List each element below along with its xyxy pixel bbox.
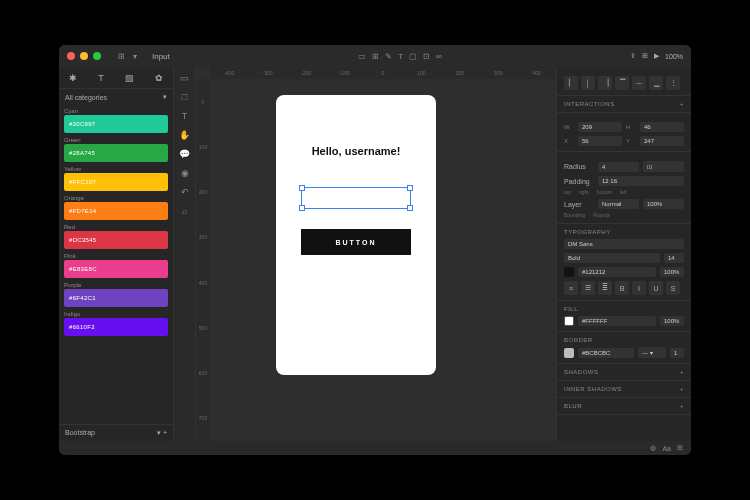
window-title: Input <box>152 52 170 61</box>
chevron-down-icon[interactable]: ▾ + <box>157 429 167 437</box>
inspector-panel: ▏ │ ▕ ▔ ─ ▁ ⋮ Interactions+ W209H46 X56Y… <box>556 67 691 441</box>
color-swatch[interactable]: #FD7E14 <box>64 202 168 220</box>
text-color-chip[interactable] <box>564 267 574 277</box>
add-icon[interactable]: + <box>680 386 684 392</box>
rect-icon[interactable]: □ <box>182 92 187 102</box>
border-width[interactable]: 1 <box>670 348 684 358</box>
padding-input[interactable]: 12 16 <box>598 176 684 186</box>
category-dropdown[interactable]: All categories <box>65 94 107 101</box>
button-element[interactable]: BUTTON <box>301 229 411 255</box>
color-swatch[interactable]: #20C997 <box>64 115 168 133</box>
border-style[interactable]: — ▾ <box>638 347 666 358</box>
swatch-group-label: Cyan <box>64 107 168 115</box>
underline-icon[interactable]: U <box>649 281 663 295</box>
tool-icon[interactable]: ⊡ <box>423 52 430 61</box>
select-icon[interactable]: ▭ <box>180 73 189 83</box>
align-top-icon[interactable]: ▔ <box>615 76 629 90</box>
titlebar: ⊞ ▾ Input ▭ ⊞ ✎ T ▢ ⊡ ∞ ⇪ ⊞ ▶ 100% <box>59 45 691 67</box>
status-icon[interactable]: Aa <box>662 445 671 452</box>
font-family[interactable]: DM Sans <box>564 239 684 249</box>
height-input[interactable]: 46 <box>640 122 684 132</box>
border-color[interactable]: #BCBCBC <box>578 348 634 358</box>
radius-input[interactable]: 4 <box>598 162 639 172</box>
swatch-group-label: Green <box>64 136 168 144</box>
color-swatch[interactable]: #DC3545 <box>64 231 168 249</box>
tool-icon[interactable]: ▭ <box>358 52 366 61</box>
canvas[interactable]: -400-300-200-1000100200300400 0100200300… <box>196 67 556 441</box>
add-icon[interactable]: + <box>680 369 684 375</box>
opacity-input[interactable]: 100% <box>643 199 684 209</box>
align-right-icon[interactable]: ▕ <box>598 76 612 90</box>
fill-color[interactable]: #FFFFFF <box>578 316 656 326</box>
color-swatch[interactable]: #6610F2 <box>64 318 168 336</box>
padding-label: Padding <box>564 178 594 185</box>
font-size[interactable]: 14 <box>664 253 684 263</box>
artboard[interactable]: Hello, username! BUTTON <box>276 95 436 375</box>
heading-text[interactable]: Hello, username! <box>312 145 401 157</box>
align-left-icon[interactable]: ▏ <box>564 76 578 90</box>
fill-color-chip[interactable] <box>564 316 574 326</box>
status-icon[interactable]: ⊞ <box>677 444 683 452</box>
swatch-group-label: Yellow <box>64 165 168 173</box>
hand-icon[interactable]: ✋ <box>179 130 190 140</box>
blend-input[interactable]: Normal <box>598 199 639 209</box>
grid-toggle-icon[interactable]: ⊞ <box>642 52 648 60</box>
align-center-icon[interactable]: │ <box>581 76 595 90</box>
tool-icon[interactable]: T <box>398 52 403 61</box>
text-align-center-icon[interactable]: ☰ <box>581 281 595 295</box>
tool-icon[interactable]: ✎ <box>385 52 392 61</box>
strike-icon[interactable]: S <box>666 281 680 295</box>
text-align-right-icon[interactable]: ≣ <box>598 281 612 295</box>
left-panel: ✱ T ▧ ✿ All categories ▾ Cyan#20C997Gree… <box>59 67 174 441</box>
y-input[interactable]: 247 <box>640 136 684 146</box>
tool-icon[interactable]: ▢ <box>409 52 417 61</box>
selected-input[interactable] <box>301 187 411 209</box>
align-bottom-icon[interactable]: ▁ <box>649 76 663 90</box>
radius-corners[interactable]: ⊡ <box>643 161 684 172</box>
width-input[interactable]: 209 <box>578 122 622 132</box>
tool-icon[interactable]: ∞ <box>436 52 442 61</box>
maximize-icon[interactable] <box>93 52 101 60</box>
library-dropdown[interactable]: Bootstrap <box>65 429 95 437</box>
color-swatch[interactable]: #28A745 <box>64 144 168 162</box>
close-icon[interactable] <box>67 52 75 60</box>
color-swatch[interactable]: #E83E8C <box>64 260 168 278</box>
text-align-left-icon[interactable]: ≡ <box>564 281 578 295</box>
x-input[interactable]: 56 <box>578 136 622 146</box>
bold-icon[interactable]: B <box>615 281 629 295</box>
play-icon[interactable]: ▶ <box>654 52 659 60</box>
add-icon[interactable]: + <box>680 403 684 409</box>
drop-icon[interactable]: ✱ <box>69 73 77 83</box>
search-icon[interactable]: ⌕ <box>182 206 187 216</box>
text-tool-icon[interactable]: T <box>182 111 188 121</box>
distribute-icon[interactable]: ⋮ <box>666 76 680 90</box>
border-color-chip[interactable] <box>564 348 574 358</box>
swatch-group-label: Orange <box>64 194 168 202</box>
fill-alpha[interactable]: 100% <box>660 316 684 326</box>
minimize-icon[interactable] <box>80 52 88 60</box>
eyedropper-icon[interactable]: ◉ <box>181 168 189 178</box>
color-swatch[interactable]: #FFC107 <box>64 173 168 191</box>
align-middle-icon[interactable]: ─ <box>632 76 646 90</box>
grid-icon[interactable]: ⊞ <box>118 52 125 61</box>
text-alpha[interactable]: 100% <box>660 267 684 277</box>
border-head: BORDER <box>564 337 593 343</box>
color-swatch[interactable]: #6F42C1 <box>64 289 168 307</box>
comment-icon[interactable]: 💬 <box>179 149 190 159</box>
tool-icon[interactable]: ⊞ <box>372 52 379 61</box>
menu-icon[interactable]: ▾ <box>133 52 137 61</box>
undo-icon[interactable]: ↶ <box>181 187 189 197</box>
add-icon[interactable]: + <box>680 101 684 107</box>
italic-icon[interactable]: I <box>632 281 646 295</box>
text-color[interactable]: #121212 <box>578 267 656 277</box>
font-weight[interactable]: Bold <box>564 253 660 263</box>
status-icon[interactable]: ◍ <box>650 444 656 452</box>
chevron-down-icon[interactable]: ▾ <box>163 93 167 101</box>
image-icon[interactable]: ▧ <box>125 73 134 83</box>
share-icon[interactable]: ⇪ <box>630 52 636 60</box>
text-icon[interactable]: T <box>98 73 104 83</box>
interactions-head: Interactions <box>564 101 615 107</box>
gear-icon[interactable]: ✿ <box>155 73 163 83</box>
layer-label: Layer <box>564 201 594 208</box>
zoom-level[interactable]: 100% <box>665 53 683 60</box>
